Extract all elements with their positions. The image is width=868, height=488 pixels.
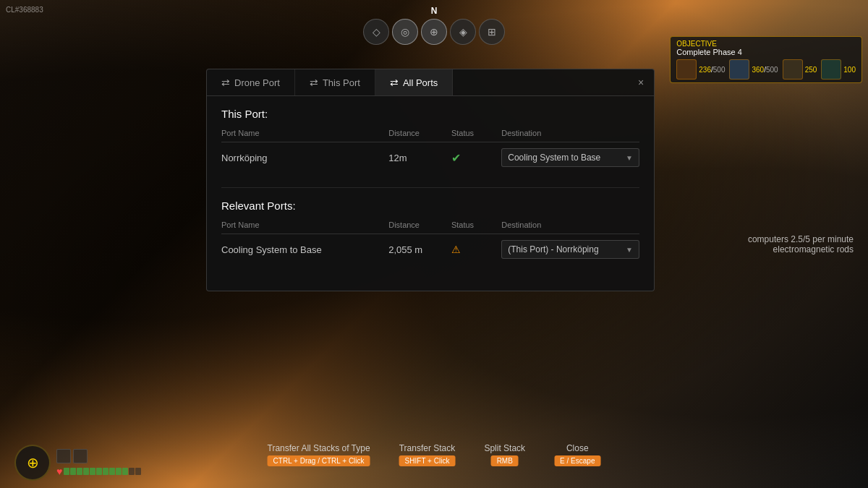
action-transfer-stack-keys: SHIFT + Click (399, 455, 456, 466)
dropdown-arrow-2: ▼ (626, 246, 633, 254)
destination-dropdown-2[interactable]: (This Port) - Norrköping ▼ (501, 240, 639, 259)
destination-dropdown-1[interactable]: Cooling System to Base ▼ (501, 148, 639, 167)
hp-seg-4 (83, 468, 89, 475)
col-status-1: Status (451, 129, 501, 142)
this-port-status: ✔ (451, 142, 501, 174)
port-dialog: ⇄ Drone Port ⇄ This Port ⇄ All Ports × T… (206, 69, 655, 291)
hp-seg-12 (135, 468, 141, 475)
resource-item-1: 236/500 (676, 59, 725, 80)
top-navigation: N ◇ ◎ ⊕ ◈ ⊞ (363, 6, 505, 45)
nav-icon-1[interactable]: ◇ (363, 19, 389, 45)
resource-item-4: 100 (821, 59, 856, 80)
action-split-stack-label: Split Stack (484, 443, 525, 453)
action-transfer-all-label: Transfer All Stacks of Type (268, 443, 370, 453)
nav-icon-4[interactable]: ◈ (450, 19, 476, 45)
section-divider (221, 187, 639, 188)
action-close-keys: E / Escape (554, 455, 600, 466)
hp-seg-8 (109, 468, 115, 475)
action-transfer-all: Transfer All Stacks of Type CTRL + Drag … (268, 443, 370, 466)
resource-count-2: 360/500 (752, 66, 778, 74)
action-split-stack: Split Stack RMB (484, 443, 525, 466)
hp-seg-10 (122, 468, 128, 475)
dropdown-arrow-1: ▼ (626, 154, 633, 162)
objective-header: Objective (676, 40, 856, 48)
tab-bar: ⇄ Drone Port ⇄ This Port ⇄ All Ports × (207, 69, 654, 96)
action-close: Close E / Escape (554, 443, 600, 466)
hp-seg-11 (129, 468, 135, 475)
relevant-port-destination: (This Port) - Norrköping ▼ (501, 234, 639, 265)
nav-icon-5[interactable]: ⊞ (479, 19, 505, 45)
hp-segments (64, 468, 141, 475)
destination-value-2: (This Port) - Norrköping (508, 244, 598, 254)
col-port-name-2: Port Name (221, 221, 388, 234)
this-port-table: Port Name Distance Status Destination No… (221, 129, 639, 173)
tab-drone-port[interactable]: ⇄ Drone Port (207, 69, 295, 95)
col-destination-2: Destination (501, 221, 639, 234)
relevant-port-row-1: Cooling System to Base 2,055 m ⚠ (This P… (221, 234, 639, 265)
col-distance-1: Distance (388, 129, 451, 142)
action-transfer-stack: Transfer Stack SHIFT + Click (399, 443, 456, 466)
this-port-icon: ⇄ (310, 77, 318, 88)
col-distance-2: Distance (388, 221, 451, 234)
col-status-2: Status (451, 221, 501, 234)
health-bar: ♥ (56, 466, 141, 477)
drone-port-icon: ⇄ (221, 77, 230, 88)
hp-seg-6 (96, 468, 102, 475)
action-split-stack-keys: RMB (491, 455, 519, 466)
resource-count-3: 250 (805, 66, 817, 74)
all-ports-icon: ⇄ (390, 77, 399, 88)
side-info: computers 2.5/5 per minute electromagnet… (748, 234, 854, 254)
relevant-ports-title: Relevant Ports: (221, 200, 639, 212)
status-warn-icon: ⚠ (451, 244, 461, 255)
status-check-icon: ✔ (451, 152, 461, 164)
bottom-hud: ⊕ ♥ (14, 445, 141, 481)
this-port-title: This Port: (221, 108, 639, 120)
resource-count-1: 236/500 (699, 66, 725, 74)
resource-icon-3 (783, 59, 803, 80)
compass-hud: ⊕ (14, 445, 51, 481)
hp-seg-2 (70, 468, 76, 475)
mini-icon-2 (73, 449, 88, 463)
nav-icon-3[interactable]: ⊕ (421, 19, 447, 45)
hp-seg-9 (116, 468, 122, 475)
action-transfer-all-keys: CTRL + Drag / CTRL + Click (268, 455, 370, 466)
objective-resources: 236/500 360/500 250 100 (676, 59, 856, 80)
resource-count-4: 100 (843, 66, 856, 74)
this-port-row-1: Norrköping 12m ✔ Cooling System to Base … (221, 142, 639, 174)
col-port-name-1: Port Name (221, 129, 388, 142)
compass-direction: N (431, 6, 438, 16)
this-port-destination: Cooling System to Base ▼ (501, 142, 639, 174)
resource-item-3: 250 (783, 59, 817, 80)
action-close-label: Close (566, 443, 589, 453)
tab-this-port-label: This Port (323, 77, 360, 88)
version-badge: CL#368883 (6, 6, 43, 14)
action-bar: Transfer All Stacks of Type CTRL + Drag … (268, 443, 601, 466)
side-info-line2: electromagnetic rods (748, 244, 854, 254)
resource-icon-1 (676, 59, 697, 80)
tab-all-ports-label: All Ports (403, 77, 438, 88)
dialog-content: This Port: Port Name Distance Status Des… (207, 96, 654, 291)
resource-icon-4 (821, 59, 841, 80)
tab-drone-port-label: Drone Port (234, 77, 280, 88)
nav-icon-2[interactable]: ◎ (392, 19, 418, 45)
health-icon: ♥ (56, 466, 62, 477)
relevant-port-status: ⚠ (451, 234, 501, 265)
this-port-name: Norrköping (221, 142, 388, 174)
hp-seg-5 (90, 468, 95, 475)
destination-value-1: Cooling System to Base (508, 153, 600, 163)
relevant-port-distance: 2,055 m (388, 234, 451, 265)
col-destination-1: Destination (501, 129, 639, 142)
nav-icon-row: ◇ ◎ ⊕ ◈ ⊞ (363, 19, 505, 45)
close-button[interactable]: × (634, 75, 648, 90)
objective-panel: Objective Complete Phase 4 236/500 360/5… (670, 36, 862, 83)
tab-all-ports[interactable]: ⇄ All Ports (375, 69, 453, 95)
this-port-distance: 12m (388, 142, 451, 174)
action-transfer-stack-label: Transfer Stack (399, 443, 456, 453)
relevant-port-name: Cooling System to Base (221, 234, 388, 265)
side-info-line1: computers 2.5/5 per minute (748, 234, 854, 244)
health-container: ♥ (56, 449, 141, 477)
objective-title: Complete Phase 4 (676, 48, 856, 56)
tab-this-port[interactable]: ⇄ This Port (295, 69, 375, 95)
resource-icon-2 (729, 59, 749, 80)
hp-seg-3 (77, 468, 82, 475)
